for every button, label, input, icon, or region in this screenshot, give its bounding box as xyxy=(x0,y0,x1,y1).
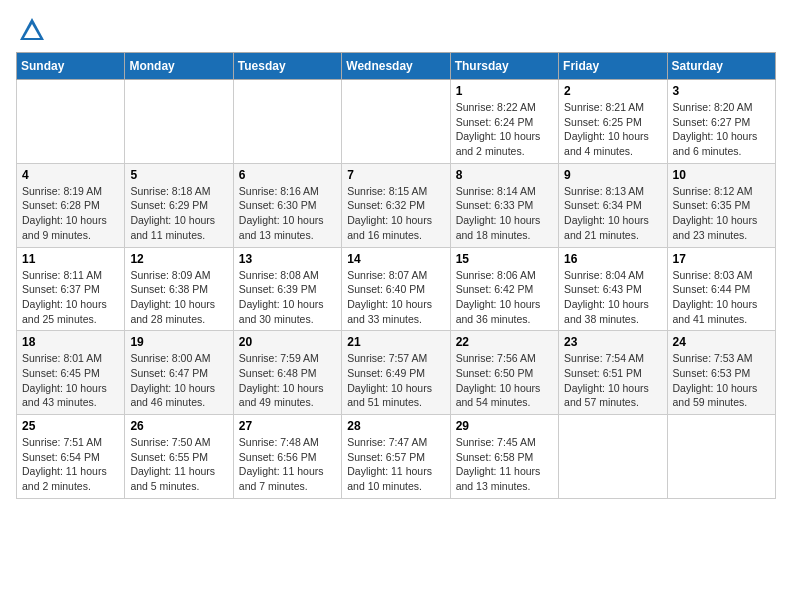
calendar-cell: 21Sunrise: 7:57 AM Sunset: 6:49 PM Dayli… xyxy=(342,331,450,415)
calendar-header-row: SundayMondayTuesdayWednesdayThursdayFrid… xyxy=(17,53,776,80)
calendar-cell xyxy=(667,415,775,499)
calendar-cell: 5Sunrise: 8:18 AM Sunset: 6:29 PM Daylig… xyxy=(125,163,233,247)
day-number: 12 xyxy=(130,252,227,266)
calendar-cell: 14Sunrise: 8:07 AM Sunset: 6:40 PM Dayli… xyxy=(342,247,450,331)
day-number: 29 xyxy=(456,419,553,433)
day-number: 11 xyxy=(22,252,119,266)
day-number: 2 xyxy=(564,84,661,98)
day-number: 28 xyxy=(347,419,444,433)
calendar-week-row: 11Sunrise: 8:11 AM Sunset: 6:37 PM Dayli… xyxy=(17,247,776,331)
calendar-cell: 16Sunrise: 8:04 AM Sunset: 6:43 PM Dayli… xyxy=(559,247,667,331)
logo xyxy=(16,16,46,44)
day-info: Sunrise: 7:54 AM Sunset: 6:51 PM Dayligh… xyxy=(564,351,661,410)
calendar-cell: 28Sunrise: 7:47 AM Sunset: 6:57 PM Dayli… xyxy=(342,415,450,499)
calendar-cell: 11Sunrise: 8:11 AM Sunset: 6:37 PM Dayli… xyxy=(17,247,125,331)
day-number: 23 xyxy=(564,335,661,349)
calendar-week-row: 1Sunrise: 8:22 AM Sunset: 6:24 PM Daylig… xyxy=(17,80,776,164)
day-info: Sunrise: 8:19 AM Sunset: 6:28 PM Dayligh… xyxy=(22,184,119,243)
day-number: 26 xyxy=(130,419,227,433)
day-number: 22 xyxy=(456,335,553,349)
day-info: Sunrise: 7:48 AM Sunset: 6:56 PM Dayligh… xyxy=(239,435,336,494)
calendar-cell: 6Sunrise: 8:16 AM Sunset: 6:30 PM Daylig… xyxy=(233,163,341,247)
day-info: Sunrise: 7:56 AM Sunset: 6:50 PM Dayligh… xyxy=(456,351,553,410)
calendar-cell: 3Sunrise: 8:20 AM Sunset: 6:27 PM Daylig… xyxy=(667,80,775,164)
calendar-week-row: 18Sunrise: 8:01 AM Sunset: 6:45 PM Dayli… xyxy=(17,331,776,415)
calendar-week-row: 25Sunrise: 7:51 AM Sunset: 6:54 PM Dayli… xyxy=(17,415,776,499)
calendar-cell: 2Sunrise: 8:21 AM Sunset: 6:25 PM Daylig… xyxy=(559,80,667,164)
day-number: 27 xyxy=(239,419,336,433)
day-info: Sunrise: 8:18 AM Sunset: 6:29 PM Dayligh… xyxy=(130,184,227,243)
day-number: 9 xyxy=(564,168,661,182)
calendar-cell: 29Sunrise: 7:45 AM Sunset: 6:58 PM Dayli… xyxy=(450,415,558,499)
calendar-cell: 26Sunrise: 7:50 AM Sunset: 6:55 PM Dayli… xyxy=(125,415,233,499)
day-number: 4 xyxy=(22,168,119,182)
day-number: 19 xyxy=(130,335,227,349)
calendar-cell: 23Sunrise: 7:54 AM Sunset: 6:51 PM Dayli… xyxy=(559,331,667,415)
calendar-cell: 4Sunrise: 8:19 AM Sunset: 6:28 PM Daylig… xyxy=(17,163,125,247)
day-number: 8 xyxy=(456,168,553,182)
day-number: 15 xyxy=(456,252,553,266)
day-info: Sunrise: 7:45 AM Sunset: 6:58 PM Dayligh… xyxy=(456,435,553,494)
weekday-header: Wednesday xyxy=(342,53,450,80)
weekday-header: Saturday xyxy=(667,53,775,80)
day-number: 21 xyxy=(347,335,444,349)
day-number: 3 xyxy=(673,84,770,98)
calendar-cell xyxy=(233,80,341,164)
day-number: 6 xyxy=(239,168,336,182)
day-info: Sunrise: 8:22 AM Sunset: 6:24 PM Dayligh… xyxy=(456,100,553,159)
day-info: Sunrise: 8:21 AM Sunset: 6:25 PM Dayligh… xyxy=(564,100,661,159)
day-info: Sunrise: 8:00 AM Sunset: 6:47 PM Dayligh… xyxy=(130,351,227,410)
calendar-cell: 1Sunrise: 8:22 AM Sunset: 6:24 PM Daylig… xyxy=(450,80,558,164)
day-info: Sunrise: 8:06 AM Sunset: 6:42 PM Dayligh… xyxy=(456,268,553,327)
calendar-cell xyxy=(342,80,450,164)
day-info: Sunrise: 8:15 AM Sunset: 6:32 PM Dayligh… xyxy=(347,184,444,243)
calendar-week-row: 4Sunrise: 8:19 AM Sunset: 6:28 PM Daylig… xyxy=(17,163,776,247)
calendar-cell: 17Sunrise: 8:03 AM Sunset: 6:44 PM Dayli… xyxy=(667,247,775,331)
day-info: Sunrise: 8:01 AM Sunset: 6:45 PM Dayligh… xyxy=(22,351,119,410)
day-number: 14 xyxy=(347,252,444,266)
day-info: Sunrise: 7:50 AM Sunset: 6:55 PM Dayligh… xyxy=(130,435,227,494)
weekday-header: Thursday xyxy=(450,53,558,80)
day-info: Sunrise: 7:59 AM Sunset: 6:48 PM Dayligh… xyxy=(239,351,336,410)
weekday-header: Friday xyxy=(559,53,667,80)
calendar-cell: 9Sunrise: 8:13 AM Sunset: 6:34 PM Daylig… xyxy=(559,163,667,247)
calendar-cell: 27Sunrise: 7:48 AM Sunset: 6:56 PM Dayli… xyxy=(233,415,341,499)
calendar-cell xyxy=(125,80,233,164)
day-info: Sunrise: 8:14 AM Sunset: 6:33 PM Dayligh… xyxy=(456,184,553,243)
day-info: Sunrise: 7:51 AM Sunset: 6:54 PM Dayligh… xyxy=(22,435,119,494)
day-info: Sunrise: 8:07 AM Sunset: 6:40 PM Dayligh… xyxy=(347,268,444,327)
day-info: Sunrise: 8:03 AM Sunset: 6:44 PM Dayligh… xyxy=(673,268,770,327)
day-info: Sunrise: 8:12 AM Sunset: 6:35 PM Dayligh… xyxy=(673,184,770,243)
calendar-cell: 22Sunrise: 7:56 AM Sunset: 6:50 PM Dayli… xyxy=(450,331,558,415)
day-number: 7 xyxy=(347,168,444,182)
calendar-cell: 7Sunrise: 8:15 AM Sunset: 6:32 PM Daylig… xyxy=(342,163,450,247)
day-number: 20 xyxy=(239,335,336,349)
day-number: 18 xyxy=(22,335,119,349)
calendar-cell: 12Sunrise: 8:09 AM Sunset: 6:38 PM Dayli… xyxy=(125,247,233,331)
weekday-header: Tuesday xyxy=(233,53,341,80)
calendar-cell: 8Sunrise: 8:14 AM Sunset: 6:33 PM Daylig… xyxy=(450,163,558,247)
calendar-cell: 18Sunrise: 8:01 AM Sunset: 6:45 PM Dayli… xyxy=(17,331,125,415)
day-info: Sunrise: 8:11 AM Sunset: 6:37 PM Dayligh… xyxy=(22,268,119,327)
logo-icon xyxy=(18,16,46,44)
day-info: Sunrise: 8:13 AM Sunset: 6:34 PM Dayligh… xyxy=(564,184,661,243)
weekday-header: Monday xyxy=(125,53,233,80)
calendar-table: SundayMondayTuesdayWednesdayThursdayFrid… xyxy=(16,52,776,499)
day-number: 25 xyxy=(22,419,119,433)
day-info: Sunrise: 7:57 AM Sunset: 6:49 PM Dayligh… xyxy=(347,351,444,410)
calendar-cell xyxy=(17,80,125,164)
day-number: 1 xyxy=(456,84,553,98)
day-info: Sunrise: 8:09 AM Sunset: 6:38 PM Dayligh… xyxy=(130,268,227,327)
calendar-cell: 24Sunrise: 7:53 AM Sunset: 6:53 PM Dayli… xyxy=(667,331,775,415)
calendar-cell: 13Sunrise: 8:08 AM Sunset: 6:39 PM Dayli… xyxy=(233,247,341,331)
day-info: Sunrise: 8:08 AM Sunset: 6:39 PM Dayligh… xyxy=(239,268,336,327)
day-info: Sunrise: 8:16 AM Sunset: 6:30 PM Dayligh… xyxy=(239,184,336,243)
calendar-cell xyxy=(559,415,667,499)
calendar-cell: 10Sunrise: 8:12 AM Sunset: 6:35 PM Dayli… xyxy=(667,163,775,247)
weekday-header: Sunday xyxy=(17,53,125,80)
calendar-cell: 15Sunrise: 8:06 AM Sunset: 6:42 PM Dayli… xyxy=(450,247,558,331)
day-number: 17 xyxy=(673,252,770,266)
calendar-cell: 25Sunrise: 7:51 AM Sunset: 6:54 PM Dayli… xyxy=(17,415,125,499)
day-number: 16 xyxy=(564,252,661,266)
day-number: 10 xyxy=(673,168,770,182)
